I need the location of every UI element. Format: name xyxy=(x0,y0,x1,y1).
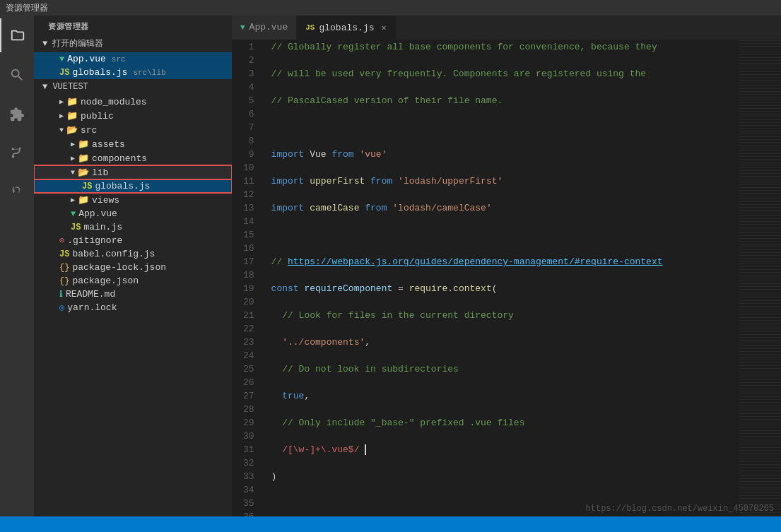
open-file-name: App.vue xyxy=(67,54,106,64)
open-file-appvue[interactable]: ▼ App.vue src xyxy=(34,52,232,66)
project-section[interactable]: ▼ VUETEST xyxy=(34,79,232,95)
folder-views[interactable]: ▶ 📁 views xyxy=(34,193,232,207)
minimap-content xyxy=(739,40,781,516)
js-file-icon: JS xyxy=(59,68,69,78)
open-editors-label: ▼ 打开的编辑器 xyxy=(42,37,103,49)
main-layout: 资源管理器 ▼ 打开的编辑器 ▼ App.vue src JS globals.… xyxy=(0,16,781,516)
md-icon: ℹ xyxy=(59,289,63,300)
tab-vue-icon: ▼ xyxy=(240,23,245,32)
json-icon: {} xyxy=(59,263,69,273)
file-globalsjs[interactable]: JS globals.js xyxy=(34,179,232,193)
vue-file-icon: ▼ xyxy=(59,54,64,64)
file-appvue[interactable]: ▼ App.vue xyxy=(34,207,232,220)
folder-public[interactable]: ▶ 📁 public xyxy=(34,109,232,123)
line-numbers: 12345 678910 1112131415 1617181920 21222… xyxy=(232,40,266,516)
activity-extensions-icon[interactable] xyxy=(0,97,34,131)
open-editors-section[interactable]: ▼ 打开的编辑器 xyxy=(34,35,232,52)
tab-appvue-label: App.vue xyxy=(249,22,288,32)
json-icon: {} xyxy=(59,276,69,286)
chevron-right-icon: ▶ xyxy=(59,97,64,106)
file-gitignore[interactable]: ⊙ .gitignore xyxy=(34,234,232,247)
chevron-right-icon: ▶ xyxy=(71,140,75,148)
file-babelconfig[interactable]: JS babel.config.js xyxy=(34,247,232,261)
folder-icon: 📂 xyxy=(66,124,78,136)
code-container[interactable]: 12345 678910 1112131415 1617181920 21222… xyxy=(232,40,781,516)
folder-icon: 📂 xyxy=(78,167,89,178)
activity-explorer-icon[interactable] xyxy=(0,18,34,52)
folder-icon: 📁 xyxy=(78,194,89,206)
file-package[interactable]: {} package.json xyxy=(34,274,232,288)
tab-appvue[interactable]: ▼ App.vue xyxy=(232,16,297,40)
minimap xyxy=(739,40,781,516)
vue-icon: ▼ xyxy=(71,209,76,219)
activity-bar xyxy=(0,16,34,516)
folder-components[interactable]: ▶ 📁 components xyxy=(34,151,232,165)
chevron-right-icon: ▶ xyxy=(71,154,75,162)
tab-bar: ▼ App.vue JS globals.js ✕ xyxy=(232,16,781,40)
close-tab-button[interactable]: ✕ xyxy=(381,23,386,33)
folder-assets[interactable]: ▶ 📁 assets xyxy=(34,137,232,151)
git-icon: ⊙ xyxy=(59,235,64,246)
folder-icon: 📁 xyxy=(78,153,89,164)
editor-area: ▼ App.vue JS globals.js ✕ 12345 678910 1… xyxy=(232,16,781,516)
tab-js-icon: JS xyxy=(305,23,315,32)
sidebar: 资源管理器 ▼ 打开的编辑器 ▼ App.vue src JS globals.… xyxy=(34,16,232,516)
watermark: https://blog.csdn.net/weixin_45070265 xyxy=(586,504,774,514)
open-file-name: globals.js xyxy=(72,67,127,78)
file-yarnlock[interactable]: ◎ yarn.lock xyxy=(34,301,232,314)
folder-icon: 📁 xyxy=(66,110,78,122)
activity-search-icon[interactable] xyxy=(0,58,34,92)
js-icon: JS xyxy=(59,249,69,259)
code-editor[interactable]: // Globally register all base components… xyxy=(266,40,739,516)
yarn-icon: ◎ xyxy=(59,302,64,313)
tab-globalsjs[interactable]: JS globals.js ✕ xyxy=(297,16,395,40)
folder-src[interactable]: ▼ 📂 src xyxy=(34,123,232,137)
open-file-globalsjs[interactable]: JS globals.js src\lib xyxy=(34,66,232,79)
sidebar-header: 资源管理器 xyxy=(34,16,232,35)
top-bar-title: 资源管理器 xyxy=(6,2,48,14)
folder-icon: 📁 xyxy=(66,96,78,107)
js-icon: JS xyxy=(71,223,81,232)
chevron-right-icon: ▶ xyxy=(59,112,64,120)
folder-node-modules[interactable]: ▶ 📁 node_modules xyxy=(34,95,232,109)
project-name: ▼ VUETEST xyxy=(42,82,88,92)
activity-debug-icon[interactable] xyxy=(0,177,34,211)
tab-globalsjs-label: globals.js xyxy=(319,23,374,33)
folder-icon: 📁 xyxy=(78,138,89,150)
chevron-down-icon: ▼ xyxy=(71,169,75,177)
file-package-lock[interactable]: {} package-lock.json xyxy=(34,261,232,274)
chevron-right-icon: ▶ xyxy=(71,196,75,204)
status-bar xyxy=(0,516,781,532)
chevron-down-icon: ▼ xyxy=(59,126,64,134)
js-icon: JS xyxy=(82,182,92,191)
top-bar: 资源管理器 xyxy=(0,0,781,16)
activity-git-icon[interactable] xyxy=(0,137,34,171)
folder-lib[interactable]: ▼ 📂 lib xyxy=(34,165,232,179)
file-mainjs[interactable]: JS main.js xyxy=(34,220,232,234)
file-readme[interactable]: ℹ README.md xyxy=(34,288,232,301)
